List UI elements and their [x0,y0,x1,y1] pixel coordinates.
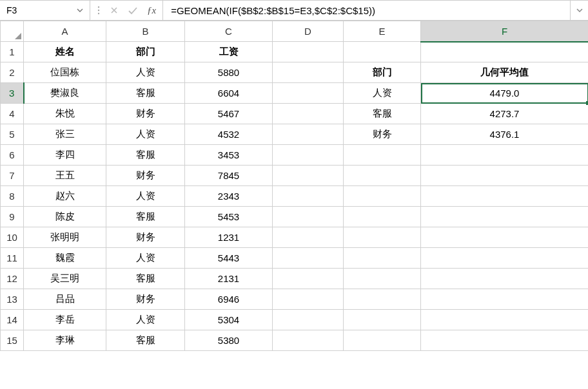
cell-D15[interactable] [273,330,344,351]
cell-B9[interactable]: 客服 [106,207,185,227]
cell-E6[interactable] [344,145,421,166]
col-header-C[interactable]: C [185,21,273,42]
formula-input[interactable]: =GEOMEAN(IF($B$2:$B$15=E3,$C$2:$C$15)) [163,1,570,20]
cell-D3[interactable] [273,83,344,104]
enter-icon[interactable] [128,6,138,15]
cell-B1[interactable]: 部门 [106,42,185,62]
col-header-F[interactable]: F [421,21,589,42]
name-box-dropdown-icon[interactable] [74,5,86,16]
cancel-icon[interactable] [110,6,119,15]
row-header-3[interactable]: 3 [1,83,24,104]
cell-E10[interactable] [344,227,421,248]
cell-D7[interactable] [273,166,344,186]
select-all-button[interactable] [1,21,24,42]
cell-C4[interactable]: 5467 [185,104,273,124]
cell-E11[interactable] [344,248,421,269]
cell-F4[interactable]: 4273.7 [421,104,589,124]
cell-E3[interactable]: 人资 [344,83,421,104]
row-header-1[interactable]: 1 [1,42,24,62]
cell-F8[interactable] [421,186,589,207]
cell-C15[interactable]: 5380 [185,330,273,351]
cell-A8[interactable]: 赵六 [24,186,106,207]
cell-B11[interactable]: 人资 [106,248,185,269]
row-header-6[interactable]: 6 [1,145,24,166]
cell-F10[interactable] [421,227,589,248]
row-header-5[interactable]: 5 [1,124,24,145]
cell-C12[interactable]: 2131 [185,269,273,289]
col-header-A[interactable]: A [24,21,106,42]
cell-F9[interactable] [421,207,589,227]
cell-A10[interactable]: 张明明 [24,227,106,248]
cell-A15[interactable]: 李琳 [24,330,106,351]
dots-icon[interactable] [97,6,101,15]
cell-B14[interactable]: 人资 [106,310,185,330]
cell-A7[interactable]: 王五 [24,166,106,186]
cell-C3[interactable]: 6604 [185,83,273,104]
fx-icon[interactable]: ƒx [147,5,156,16]
col-header-D[interactable]: D [273,21,344,42]
cell-B5[interactable]: 人资 [106,124,185,145]
cell-F12[interactable] [421,269,589,289]
cell-E1[interactable] [344,42,421,62]
cell-F7[interactable] [421,166,589,186]
col-header-E[interactable]: E [344,21,421,42]
cell-D9[interactable] [273,207,344,227]
cell-A12[interactable]: 吴三明 [24,269,106,289]
cell-F6[interactable] [421,145,589,166]
cell-D11[interactable] [273,248,344,269]
cell-B2[interactable]: 人资 [106,62,185,83]
cell-C6[interactable]: 3453 [185,145,273,166]
cell-C14[interactable]: 5304 [185,310,273,330]
cell-F2[interactable]: 几何平均值 [421,62,589,83]
cell-B13[interactable]: 财务 [106,289,185,310]
cell-F11[interactable] [421,248,589,269]
cell-D14[interactable] [273,310,344,330]
cell-B6[interactable]: 客服 [106,145,185,166]
cell-E2[interactable]: 部门 [344,62,421,83]
cell-F15[interactable] [421,330,589,351]
row-header-15[interactable]: 15 [1,330,24,351]
cell-A6[interactable]: 李四 [24,145,106,166]
row-header-12[interactable]: 12 [1,269,24,289]
cell-E7[interactable] [344,166,421,186]
name-box[interactable]: F3 [0,1,90,20]
cell-C11[interactable]: 5443 [185,248,273,269]
grid[interactable]: A B C D E F 1 姓名 部门 工资 [0,21,588,389]
cell-B8[interactable]: 人资 [106,186,185,207]
cell-A2[interactable]: 位国栋 [24,62,106,83]
cell-A4[interactable]: 朱悦 [24,104,106,124]
cell-C5[interactable]: 4532 [185,124,273,145]
cell-F3[interactable]: 4479.0 [421,83,589,104]
row-header-14[interactable]: 14 [1,310,24,330]
cell-E9[interactable] [344,207,421,227]
cell-F13[interactable] [421,289,589,310]
row-header-11[interactable]: 11 [1,248,24,269]
cell-F1[interactable] [421,42,589,62]
cell-A5[interactable]: 张三 [24,124,106,145]
cell-C8[interactable]: 2343 [185,186,273,207]
cell-B10[interactable]: 财务 [106,227,185,248]
cell-D6[interactable] [273,145,344,166]
cell-F5[interactable]: 4376.1 [421,124,589,145]
row-header-7[interactable]: 7 [1,166,24,186]
cell-B4[interactable]: 财务 [106,104,185,124]
cell-D10[interactable] [273,227,344,248]
row-header-2[interactable]: 2 [1,62,24,83]
formula-expand-button[interactable] [570,1,588,20]
cell-A11[interactable]: 魏霞 [24,248,106,269]
row-header-9[interactable]: 9 [1,207,24,227]
cell-D5[interactable] [273,124,344,145]
cell-E13[interactable] [344,289,421,310]
cell-D13[interactable] [273,289,344,310]
cell-E12[interactable] [344,269,421,289]
cell-D8[interactable] [273,186,344,207]
row-header-13[interactable]: 13 [1,289,24,310]
cell-E8[interactable] [344,186,421,207]
row-header-4[interactable]: 4 [1,104,24,124]
cell-C10[interactable]: 1231 [185,227,273,248]
cell-D1[interactable] [273,42,344,62]
cell-C13[interactable]: 6946 [185,289,273,310]
cell-B12[interactable]: 客服 [106,269,185,289]
cell-E14[interactable] [344,310,421,330]
cell-C7[interactable]: 7845 [185,166,273,186]
